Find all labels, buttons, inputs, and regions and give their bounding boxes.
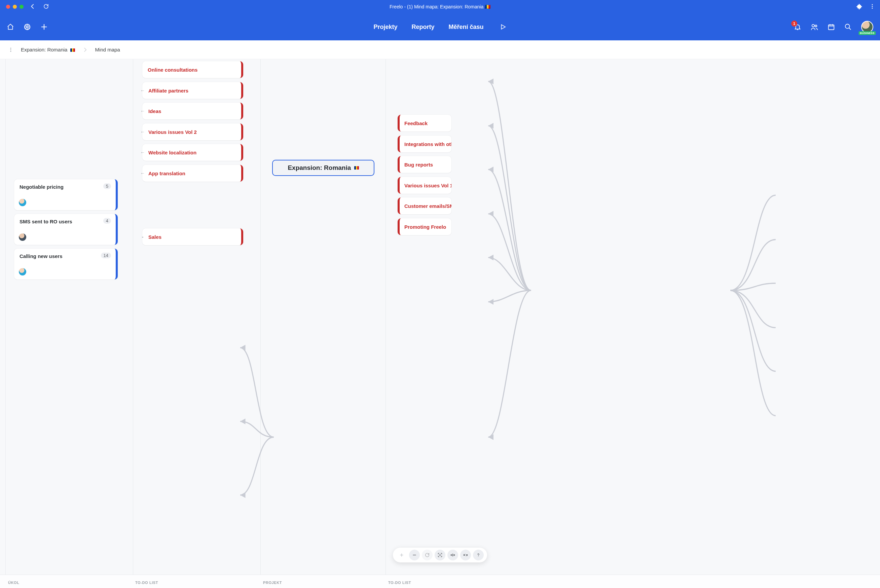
list-node[interactable]: Integrations with other [397,136,451,152]
task-card[interactable]: Negotiable pricing 5 [14,179,118,210]
list-node[interactable]: ← Ideas [142,103,243,119]
task-card[interactable]: SMS sent to RO users 4 [14,214,118,245]
svg-point-4 [26,26,28,28]
svg-marker-17 [488,299,493,305]
list-node[interactable]: Feedback [397,115,451,132]
project-node[interactable]: Expansion: Romania [272,160,375,176]
assignee-avatar[interactable] [19,268,26,276]
collapse-arrow-icon[interactable]: ← [139,129,145,135]
collapse-arrow-icon[interactable]: ← [139,170,145,176]
task-title: Negotiable pricing [19,184,110,190]
window-title: Freelo - (1) Mind mapa: Expansion: Roman… [390,4,490,9]
chevron-right-icon [82,47,88,52]
list-node[interactable]: Customer emails/SMS [397,198,451,214]
svg-marker-14 [488,166,493,172]
reload-button[interactable] [43,3,49,10]
collapse-arrow-icon[interactable]: ← [139,87,145,93]
list-label: Promoting Freelo [404,224,446,230]
task-card[interactable]: Calling new users 14 [14,249,118,279]
list-node[interactable]: ← Affiliate partners [142,82,243,99]
svg-marker-12 [488,78,493,84]
list-node[interactable]: - Sales [142,228,243,245]
search-button[interactable] [844,23,852,31]
window-titlebar: Freelo - (1) Mind mapa: Expansion: Roman… [0,0,880,14]
svg-point-23 [478,556,478,556]
zoom-out-button[interactable] [409,550,420,560]
breadcrumb: Expansion: Romania Mind mapa [0,40,880,59]
undo-button[interactable] [422,550,433,560]
breadcrumb-view[interactable]: Mind mapa [95,47,120,52]
list-label: App translation [148,171,185,176]
notifications-button[interactable]: 1 [794,23,801,31]
svg-marker-21 [240,492,246,498]
nav-reports[interactable]: Reporty [411,24,434,31]
list-label: Various issues Vol 2 [148,129,197,135]
column-label: PROJEKT [263,580,282,585]
zoom-in-button[interactable] [396,550,407,560]
svg-point-10 [10,49,12,50]
column-label: TO-DO LIST [388,580,411,585]
app-toolbar: Projekty Reporty Měření času 1 BUSINESS [0,14,880,40]
home-button[interactable] [7,23,14,31]
romania-flag-icon [354,166,359,170]
list-label: Online consultations [148,67,198,73]
list-node[interactable]: ← App translation [142,165,243,182]
svg-point-0 [872,4,873,5]
assignee-avatar[interactable] [19,199,26,206]
list-label: Sales [148,234,162,240]
svg-marker-20 [240,418,246,424]
collapse-arrow-icon[interactable]: ← [139,108,145,114]
add-button[interactable] [40,23,48,31]
more-menu-button[interactable] [869,3,875,10]
list-node[interactable]: Various issues Vol 1 [397,177,451,194]
settings-wheel-icon[interactable] [24,23,31,31]
nav-time-tracking[interactable]: Měření času [449,24,484,31]
svg-point-6 [815,25,817,27]
window-traffic-lights [6,5,24,9]
list-label: Website localization [148,150,196,155]
list-node[interactable]: Online consultations [142,61,243,78]
svg-point-1 [872,6,873,7]
minimize-window-button[interactable] [13,5,17,9]
svg-marker-16 [488,255,493,260]
svg-point-11 [10,51,12,52]
column-label: ÚKOL [8,580,19,585]
list-node[interactable]: ← Various issues Vol 2 [142,123,243,140]
user-avatar[interactable]: BUSINESS [861,21,873,33]
list-label: Affiliate partners [148,88,188,93]
notification-badge: 1 [791,21,797,27]
task-count-badge: 14 [101,253,111,258]
list-label: Customer emails/SMS [404,203,451,209]
mindmap-canvas[interactable]: Expansion: Romania Online consultations … [0,59,880,574]
close-window-button[interactable] [6,5,10,9]
svg-marker-13 [488,123,493,129]
svg-point-8 [846,24,850,28]
extension-icon[interactable] [856,3,862,10]
svg-point-9 [10,48,12,49]
svg-marker-18 [488,434,493,440]
assignee-avatar[interactable] [19,234,26,241]
center-button[interactable] [435,550,445,560]
task-title: Calling new users [19,253,110,259]
collapse-button[interactable] [460,550,471,560]
nav-projects[interactable]: Projekty [373,24,397,31]
list-node[interactable]: ← Website localization [142,144,243,161]
help-button[interactable] [473,550,484,560]
breadcrumb-more-icon[interactable] [8,47,13,52]
back-button[interactable] [30,3,36,10]
people-button[interactable] [811,23,818,31]
breadcrumb-project[interactable]: Expansion: Romania [21,47,75,52]
collapse-arrow-icon[interactable]: ← [139,149,145,155]
svg-marker-15 [488,211,493,217]
svg-point-2 [872,8,873,8]
fit-width-button[interactable] [447,550,458,560]
calendar-button[interactable] [828,23,835,31]
maximize-window-button[interactable] [19,5,24,9]
list-label: Ideas [148,108,161,114]
list-node[interactable]: Bug reports [397,156,451,173]
play-icon[interactable] [500,24,507,30]
svg-point-5 [812,24,814,27]
list-node[interactable]: Promoting Freelo [397,218,451,235]
romania-flag-icon [70,48,75,52]
collapse-minus-icon[interactable]: - [139,234,145,240]
